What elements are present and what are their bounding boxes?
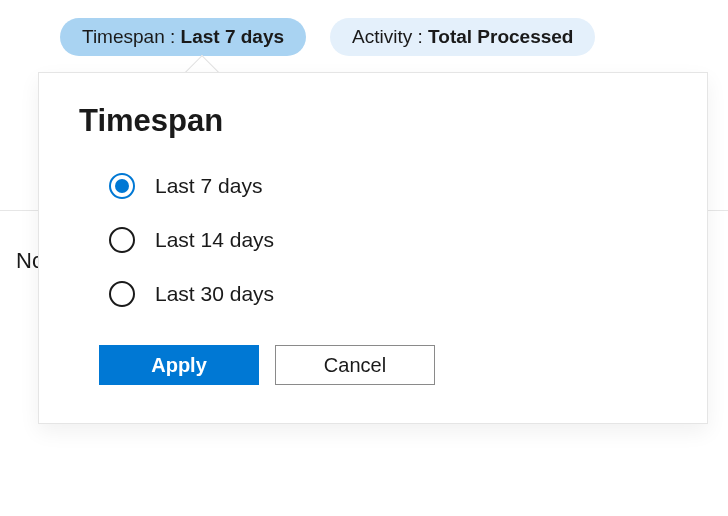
- popover-button-row: Apply Cancel: [79, 345, 667, 385]
- apply-button[interactable]: Apply: [99, 345, 259, 385]
- cancel-button[interactable]: Cancel: [275, 345, 435, 385]
- filter-pill-timespan-label: Timespan :: [82, 26, 181, 47]
- radio-option-last-30-days[interactable]: Last 30 days: [109, 281, 667, 307]
- radio-label: Last 7 days: [155, 174, 262, 198]
- radio-icon: [109, 173, 135, 199]
- timespan-popover: Timespan Last 7 days Last 14 days Last 3…: [38, 72, 708, 424]
- radio-label: Last 30 days: [155, 282, 274, 306]
- radio-label: Last 14 days: [155, 228, 274, 252]
- radio-option-last-14-days[interactable]: Last 14 days: [109, 227, 667, 253]
- filter-pill-activity-label: Activity :: [352, 26, 428, 47]
- filter-bar: Timespan : Last 7 days Activity : Total …: [0, 0, 728, 56]
- radio-option-last-7-days[interactable]: Last 7 days: [109, 173, 667, 199]
- timespan-radio-group: Last 7 days Last 14 days Last 30 days: [79, 173, 667, 307]
- filter-pill-activity-value: Total Processed: [428, 26, 573, 47]
- popover-title: Timespan: [79, 103, 667, 139]
- radio-icon: [109, 227, 135, 253]
- filter-pill-timespan-value: Last 7 days: [181, 26, 285, 47]
- radio-icon: [109, 281, 135, 307]
- filter-pill-activity[interactable]: Activity : Total Processed: [330, 18, 595, 56]
- filter-pill-timespan[interactable]: Timespan : Last 7 days: [60, 18, 306, 56]
- radio-selected-dot-icon: [115, 179, 129, 193]
